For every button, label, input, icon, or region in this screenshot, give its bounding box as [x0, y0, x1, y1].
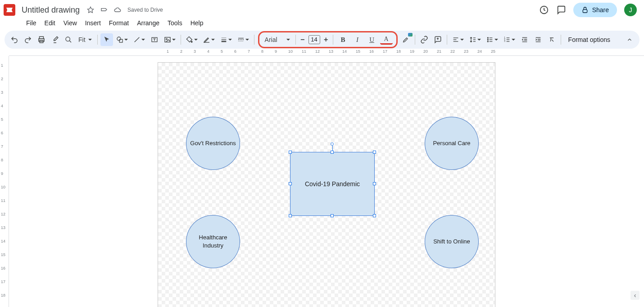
- print-button[interactable]: [35, 33, 48, 46]
- history-icon[interactable]: [539, 5, 549, 15]
- comments-icon[interactable]: [556, 5, 566, 15]
- menu-format[interactable]: Format: [105, 18, 132, 28]
- border-weight[interactable]: [218, 33, 234, 46]
- shape-circle-healthcare[interactable]: Healthcare Industry: [186, 215, 240, 268]
- font-size-input[interactable]: 14: [308, 35, 320, 44]
- paint-format-button[interactable]: [49, 33, 61, 46]
- select-tool[interactable]: [100, 33, 113, 46]
- resize-handle[interactable]: [373, 182, 376, 185]
- menu-arrange[interactable]: Arrange: [133, 18, 163, 28]
- menu-insert[interactable]: Insert: [82, 18, 104, 28]
- svg-rect-9: [119, 39, 122, 42]
- increase-font-size[interactable]: +: [323, 36, 329, 44]
- svg-point-16: [191, 41, 192, 42]
- move-icon[interactable]: [100, 6, 108, 14]
- svg-point-15: [166, 38, 167, 40]
- svg-rect-2: [583, 9, 587, 13]
- decrease-font-size[interactable]: −: [299, 36, 306, 44]
- lock-icon: [581, 6, 589, 14]
- cloud-icon[interactable]: [114, 6, 121, 14]
- svg-rect-17: [204, 42, 209, 42]
- save-status: Saved to Drive: [127, 7, 163, 13]
- numbered-list-button[interactable]: 123: [501, 33, 517, 46]
- svg-marker-0: [87, 7, 93, 13]
- vertical-ruler: 123456789101112131415161718: [0, 56, 9, 307]
- separator: [561, 35, 561, 45]
- separator: [254, 35, 254, 45]
- menu-edit[interactable]: Edit: [41, 18, 59, 28]
- rotation-stem: [332, 146, 333, 151]
- avatar[interactable]: J: [624, 4, 637, 16]
- resize-handle[interactable]: [289, 214, 292, 217]
- shape-circle-gov[interactable]: Gov't Restrictions: [186, 117, 240, 170]
- menu-tools[interactable]: Tools: [164, 18, 186, 28]
- zoom-icon[interactable]: [62, 33, 75, 46]
- shape-tool[interactable]: [114, 33, 130, 46]
- shape-rect-covid[interactable]: Covid-19 Pandemic: [290, 152, 375, 216]
- title-icons: Saved to Drive: [87, 6, 163, 14]
- separator: [295, 35, 296, 45]
- font-family-select[interactable]: Arial: [263, 35, 292, 44]
- doc-title[interactable]: Untitled drawing: [19, 5, 82, 16]
- insert-link-button[interactable]: [418, 33, 431, 46]
- svg-point-33: [487, 39, 488, 40]
- menubar: File Edit View Insert Format Arrange Too…: [0, 18, 644, 29]
- redo-button[interactable]: [22, 33, 34, 46]
- fill-color[interactable]: [184, 33, 200, 46]
- align-button[interactable]: [450, 33, 466, 46]
- border-dash[interactable]: [235, 33, 251, 46]
- separator: [415, 35, 415, 45]
- border-color[interactable]: [201, 33, 217, 46]
- highlight-color-button[interactable]: [399, 33, 412, 46]
- resize-handle[interactable]: [331, 214, 334, 217]
- increase-indent-button[interactable]: [532, 33, 544, 46]
- resize-handle[interactable]: [289, 182, 292, 185]
- collapse-toolbar-button[interactable]: [623, 33, 636, 46]
- format-options-button[interactable]: Format options: [564, 34, 615, 45]
- clear-format-button[interactable]: [545, 33, 558, 46]
- share-button[interactable]: Share: [573, 3, 617, 17]
- bold-button[interactable]: B: [337, 33, 349, 46]
- shape-circle-online[interactable]: Shift to Online: [425, 215, 479, 268]
- resize-handle[interactable]: [373, 214, 376, 217]
- explore-button[interactable]: ‹: [630, 291, 639, 300]
- svg-text:3: 3: [504, 40, 505, 42]
- decrease-indent-button[interactable]: [518, 33, 531, 46]
- undo-button[interactable]: [8, 33, 21, 46]
- resize-handle[interactable]: [331, 151, 334, 154]
- zoom-select[interactable]: Fit: [76, 36, 95, 43]
- shape-circle-personal[interactable]: Personal Care: [425, 117, 479, 170]
- svg-line-7: [69, 41, 71, 42]
- star-icon[interactable]: [87, 6, 94, 14]
- menu-view[interactable]: View: [60, 18, 81, 28]
- svg-line-10: [134, 37, 139, 42]
- separator: [181, 35, 181, 45]
- shape-rect-label: Covid-19 Pandemic: [305, 180, 360, 188]
- menu-file[interactable]: File: [23, 18, 40, 28]
- line-tool[interactable]: [131, 33, 147, 46]
- canvas-area[interactable]: Gov't Restrictions Personal Care Healthc…: [9, 56, 644, 307]
- font-size-control: − 14 +: [299, 35, 329, 44]
- separator: [447, 35, 447, 45]
- horizontal-ruler: 1234567891011121314151617181920212223242…: [9, 49, 644, 56]
- workspace: 123456789101112131415161718 Gov't Restri…: [0, 56, 644, 307]
- menu-help[interactable]: Help: [187, 18, 207, 28]
- resize-handle[interactable]: [373, 151, 376, 154]
- text-color-button[interactable]: A: [380, 35, 393, 45]
- font-group-highlight: Arial − 14 + B I U A: [258, 31, 398, 48]
- svg-point-8: [117, 37, 121, 41]
- separator: [97, 35, 98, 45]
- insert-comment-button[interactable]: [431, 33, 444, 46]
- bulleted-list-button[interactable]: [484, 33, 500, 46]
- textbox-tool[interactable]: [148, 33, 161, 46]
- drawings-logo: [4, 4, 15, 16]
- image-tool[interactable]: [162, 33, 178, 46]
- resize-handle[interactable]: [289, 151, 292, 154]
- line-spacing-button[interactable]: [467, 33, 483, 46]
- drawing-page[interactable]: Gov't Restrictions Personal Care Healthc…: [158, 62, 495, 307]
- underline-button[interactable]: U: [366, 33, 378, 46]
- header-right: Share J: [539, 3, 637, 17]
- svg-rect-14: [165, 37, 170, 42]
- italic-button[interactable]: I: [351, 33, 364, 46]
- rotation-handle[interactable]: [331, 142, 334, 146]
